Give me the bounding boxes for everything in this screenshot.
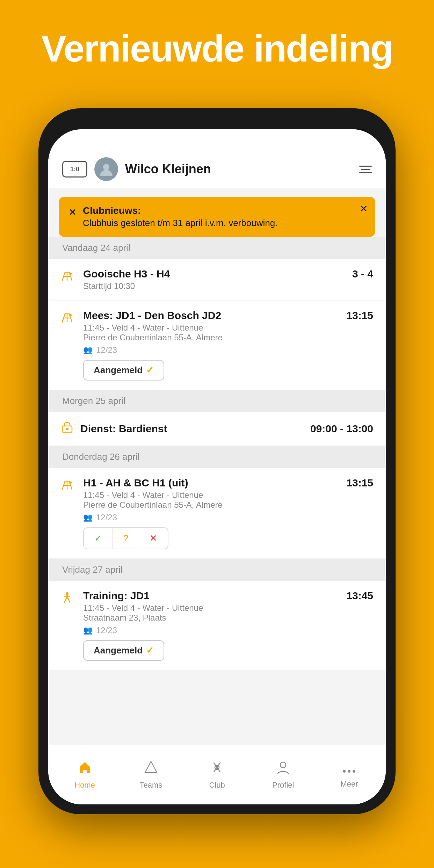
people-icon: 👥 [83,626,93,635]
service-icon [61,421,73,436]
svg-point-11 [343,770,346,773]
event-content: H1 - AH & BC H1 (uit) 13:15 11:45 - Veld… [83,477,373,549]
rsvp-no-button[interactable]: ✕ [139,528,168,549]
nav-item-teams[interactable]: Teams [118,760,184,790]
rsvp-aangemeld-button-2[interactable]: Aangemeld ✓ [83,640,164,661]
event-time: 3 - 4 [352,268,373,280]
date-header-today: Vandaag 24 april [48,237,386,259]
svg-point-2 [70,314,72,316]
event-item: Training: JD1 13:45 11:45 - Veld 4 - Wat… [48,581,386,670]
rsvp-yes-button[interactable]: ✓ [84,528,113,549]
rsvp-maybe-button[interactable]: ? [113,528,139,549]
service-title: Dienst: Bardienst [80,423,303,435]
event-title: Training: JD1 [83,590,342,602]
nav-item-club[interactable]: Club [184,760,250,790]
banner-x-icon: ✕ [68,207,77,218]
event-time: 13:45 [346,590,373,602]
svg-rect-4 [66,428,68,430]
check-icon: ✓ [146,645,154,656]
banner-close-button[interactable]: ✕ [360,203,368,215]
people-icon: 👥 [83,513,93,522]
scroll-area: Vandaag 24 april Gooische H3 - H4 3 - 4 [48,237,386,670]
phone-screen: 1:0 Wilco Kleijnen ✕ Clubnieuws: Clubh [48,129,386,804]
date-header-thursday: Donderdag 26 april [48,446,386,468]
nav-item-meer[interactable]: Meer [316,761,382,789]
header-username: Wilco Kleijnen [125,162,352,176]
svg-point-13 [353,770,355,773]
event-content: Mees: JD1 - Den Bosch JD2 13:15 11:45 - … [83,310,373,381]
date-header-friday: Vrijdag 27 april [48,559,386,581]
svg-point-1 [70,273,72,275]
event-count: 12/23 [96,513,117,522]
match-icon [61,311,76,326]
phone-shell: 1:0 Wilco Kleijnen ✕ Clubnieuws: Clubh [38,108,396,814]
event-item: Mees: JD1 - Den Bosch JD2 13:15 11:45 - … [48,301,386,390]
banner-text: Clubnieuws: Clubhuis gesloten t/m 31 apr… [83,205,366,229]
profile-icon [276,760,290,778]
service-item: Dienst: Bardienst 09:00 - 13:00 [48,412,386,446]
app-header: 1:0 Wilco Kleijnen [48,150,386,188]
event-title: Gooische H3 - H4 [83,268,348,280]
bottom-nav: Home Teams [48,745,386,804]
nav-label-meer: Meer [340,780,358,789]
event-subtitle: 11:45 - Veld 4 - Water - Uittenue [83,490,373,500]
notification-banner: ✕ Clubnieuws: Clubhuis gesloten t/m 31 a… [59,197,375,237]
rsvp-choice-group: ✓ ? ✕ [83,527,168,549]
date-header-tomorrow: Morgen 25 april [48,390,386,412]
event-count: 12/23 [96,625,117,635]
match-icon [61,269,76,285]
filter-icon[interactable] [359,166,372,173]
svg-point-12 [348,770,350,773]
event-count: 12/23 [96,345,117,355]
banner-body: Clubhuis gesloten t/m 31 april i.v.m. ve… [83,218,355,229]
svg-point-0 [103,164,109,170]
nav-label-teams: Teams [139,781,162,790]
nav-label-profiel: Profiel [272,781,294,790]
event-title: H1 - AH & BC H1 (uit) [83,477,342,489]
event-subtitle: 11:45 - Veld 4 - Water - Uittenue [83,323,373,333]
event-count-row: 👥 12/23 [83,345,373,355]
event-address: Pierre de Coubertinlaan 55-A, Almere [83,500,373,510]
event-count-row: 👥 12/23 [83,625,373,635]
score-icon: 1:0 [62,161,87,178]
event-item: Gooische H3 - H4 3 - 4 Starttijd 10:30 [48,259,386,301]
svg-point-10 [280,762,286,768]
event-time: 13:15 [346,477,373,489]
event-content: Gooische H3 - H4 3 - 4 Starttijd 10:30 [83,268,373,291]
service-time: 09:00 - 13:00 [310,423,373,435]
event-title: Mees: JD1 - Den Bosch JD2 [83,310,342,321]
banner-title: Clubnieuws: [83,205,355,216]
event-item: H1 - AH & BC H1 (uit) 13:15 11:45 - Veld… [48,468,386,559]
meer-icon [342,761,356,777]
club-icon [210,760,224,778]
nav-label-home: Home [74,781,95,790]
nav-label-club: Club [209,781,225,790]
people-icon: 👥 [83,346,93,355]
svg-point-6 [66,592,68,595]
avatar [94,157,118,181]
home-icon [78,760,92,778]
event-address: Pierre de Coubertinlaan 55-A, Almere [83,333,373,342]
training-icon [61,591,76,607]
event-content: Training: JD1 13:45 11:45 - Veld 4 - Wat… [83,590,373,661]
event-time: 13:15 [346,310,373,321]
teams-icon [144,760,158,778]
event-address: Straatnaam 23, Plaats [83,613,373,623]
event-subtitle: Starttijd 10:30 [83,281,373,291]
rsvp-aangemeld-button[interactable]: Aangemeld ✓ [83,360,164,381]
check-icon: ✓ [146,365,154,376]
event-count-row: 👥 12/23 [83,513,373,522]
event-subtitle: 11:45 - Veld 4 - Water - Uittenue [83,603,373,613]
svg-point-5 [70,482,72,484]
match-icon [61,478,76,494]
nav-item-profiel[interactable]: Profiel [250,760,316,790]
status-bar [48,129,386,150]
page-title: Vernieuwde indeling [0,28,434,70]
nav-item-home[interactable]: Home [52,760,118,790]
